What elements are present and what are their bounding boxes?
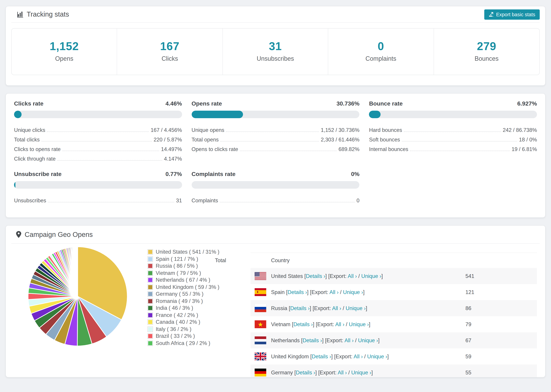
rate-block-complaints-rate: Complaints rate0%Complaints0 [191,171,359,204]
summary-stats-row: 1,152Opens167Clicks31Unsubscribes0Compla… [11,28,540,75]
legend-item: Germany ( 55 / 3% ) [148,291,251,298]
country-cell-text: United Kingdom [Details ›] [Export: All … [271,353,389,359]
rate-detail-label: Clicks to opens rate [14,146,61,152]
export-unique-link[interactable]: Unique › [361,273,381,279]
rate-detail-value: 0 [356,197,359,204]
rate-progress-fill [369,111,381,118]
rate-detail-row: Soft bounces18 / 0% [369,133,537,143]
export-unique-link[interactable]: Unique › [351,369,371,375]
close-bracket: ] [313,321,314,327]
legend-label: Spain ( 121 / 7% ) [156,256,198,262]
export-unique-link[interactable]: Unique › [358,337,378,343]
export-all-link[interactable]: All › [335,321,344,327]
export-all-link[interactable]: All › [348,273,357,279]
legend-item: Spain ( 121 / 7% ) [148,256,251,263]
legend-swatch [148,341,153,346]
open-bracket: [ [304,273,306,279]
map-pin-icon [16,231,21,238]
export-all-link[interactable]: All › [332,305,341,311]
export-basic-stats-button[interactable]: Export basic stats [484,9,540,20]
rate-block-unsubscribe-rate: Unsubscribe rate0.77%Unsubscribes31 [14,171,182,204]
slash-separator: / [354,337,358,343]
legend-item: Vietnam ( 79 / 5% ) [148,270,251,277]
slash-separator: / [339,289,343,295]
country-cell-text: Russia [Details ›] [Export: All › / Uniq… [271,305,367,311]
legend-swatch [148,320,153,325]
slash-separator: / [357,273,361,279]
nl-flag-icon [255,336,266,344]
export-all-link[interactable]: All › [338,369,347,375]
slash-separator: / [341,305,346,311]
stat-label: Bounces [434,55,539,63]
pie-slice[interactable] [78,247,78,296]
total-cell: 55 [466,369,471,376]
legend-item: Russia ( 86 / 5% ) [148,263,251,270]
country-name: Germany [271,369,293,375]
legend-item: France ( 42 / 2% ) [148,312,251,319]
dotted-leader [220,141,319,141]
stat-value: 31 [223,40,328,53]
rates-grid: Clicks rate4.46%Unique clicks167 / 4.456… [14,100,537,204]
export-prefix: [Export: [325,337,345,343]
export-all-link[interactable]: All › [329,289,339,295]
legend-label: Russia ( 86 / 5% ) [156,263,198,269]
total-cell: 121 [466,289,474,295]
legend-item: South Africa ( 29 / 2% ) [148,340,251,347]
close-bracket: ] [325,273,327,279]
rate-title: Complaints rate [191,171,235,178]
export-prefix: [Export: [313,305,332,311]
rate-detail-label: Total clicks [14,137,40,143]
rate-detail-value: 167 / 4.456% [151,127,182,133]
rate-percent: 6.927% [517,100,537,107]
close-bracket: ] [369,321,370,327]
rate-progress-fill [14,181,15,189]
legend-swatch [148,292,153,297]
legend-swatch [148,278,153,283]
de-flag-icon [255,369,266,377]
dotted-leader [62,151,159,151]
legend-item: Netherlands ( 67 / 4% ) [148,277,251,284]
geo-section-title: Campaign Geo Opens [25,231,93,238]
rate-detail-value: 4.147% [164,156,182,162]
export-unique-link[interactable]: Unique › [343,289,363,295]
dotted-leader [226,132,319,132]
slash-separator: / [347,369,351,375]
rate-detail-value: 18 / 0% [519,137,537,143]
close-bracket: ] [387,353,389,359]
export-unique-link[interactable]: Unique › [346,305,366,311]
export-all-link[interactable]: All › [345,337,353,343]
total-cell: 59 [466,353,471,359]
details-link[interactable]: Details › [290,305,310,311]
legend-label: France ( 42 / 2% ) [156,312,198,318]
details-link[interactable]: Details › [296,369,315,375]
export-prefix: [Export: [316,321,335,327]
details-link[interactable]: Details › [293,321,313,327]
close-bracket: ] [307,289,309,295]
rates-card: Clicks rate4.46%Unique clicks167 / 4.456… [6,93,545,218]
rate-percent: 30.736% [336,100,359,107]
stat-card-clicks: 167Clicks [117,28,223,75]
geo-body: United States ( 541 / 31% )Spain ( 121 /… [11,244,540,378]
rate-detail-value: 14.497% [161,146,182,152]
legend-swatch [148,299,153,304]
country-name: United States [271,273,303,279]
geo-pie-chart [27,246,128,378]
details-link[interactable]: Details › [303,337,322,343]
rate-detail-row: Complaints0 [191,194,359,204]
rate-detail-label: Hard bounces [369,127,402,133]
rate-detail-value: 242 / 86.738% [503,127,537,133]
export-all-link[interactable]: All › [354,353,363,359]
close-bracket: ] [378,337,380,343]
dotted-leader [48,202,174,202]
details-link[interactable]: Details › [288,289,307,295]
export-unique-link[interactable]: Unique › [349,321,369,327]
rate-block-bounce-rate: Bounce rate6.927%Hard bounces242 / 86.73… [369,100,537,162]
legend-swatch [148,306,153,311]
rate-detail-value: 19 / 6.81% [512,146,537,152]
export-unique-link[interactable]: Unique › [367,353,387,359]
details-link[interactable]: Details › [312,353,331,359]
rate-percent: 0% [351,171,360,178]
vn-flag-icon [255,320,266,328]
rate-progress-track [14,111,182,118]
details-link[interactable]: Details › [306,273,325,279]
